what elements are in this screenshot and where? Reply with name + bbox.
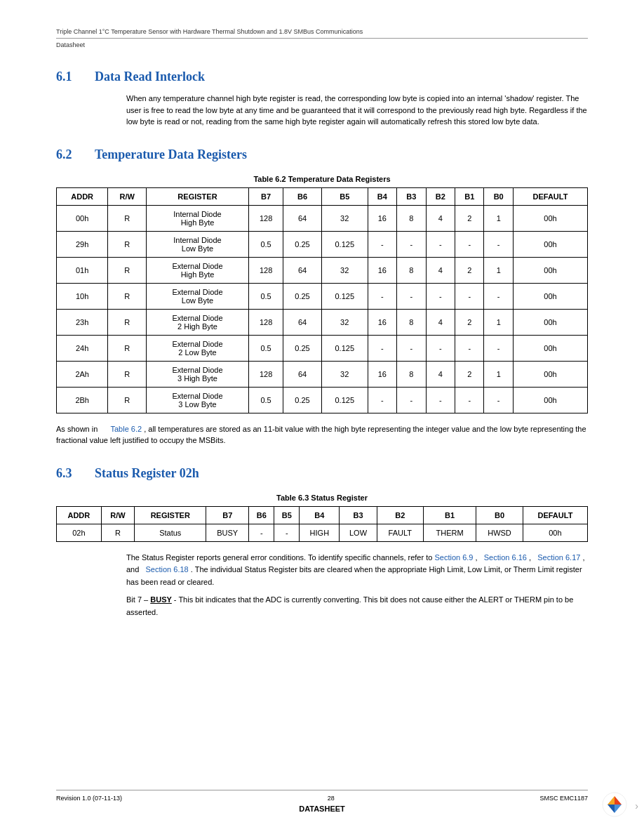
col-rw: R/W <box>101 506 135 524</box>
col-b4: B4 <box>300 506 340 524</box>
table-cell: - <box>426 231 455 257</box>
section-63-title: Status Register 02h <box>95 466 199 481</box>
table-cell: External DiodeHigh Byte <box>147 257 249 283</box>
table-cell: 64 <box>283 309 322 335</box>
table-cell: 0.25 <box>283 231 322 257</box>
table-cell: 10h <box>57 283 108 309</box>
table-cell: - <box>455 387 484 413</box>
table-cell: 32 <box>321 257 368 283</box>
section-61-heading: 6.1 Data Read Interlock <box>56 70 588 84</box>
table-63-container: Table 6.3 Status Register ADDR R/W REGIS… <box>56 494 588 542</box>
table-cell: 00h <box>513 335 587 361</box>
table-cell: 8 <box>397 257 426 283</box>
table-cell: 29h <box>57 231 108 257</box>
table-cell: External DiodeLow Byte <box>147 283 249 309</box>
col-b2: B2 <box>426 187 455 205</box>
table-cell: R <box>101 524 135 541</box>
table-cell: - <box>426 283 455 309</box>
section-617-link[interactable]: Section 6.17 <box>537 553 580 562</box>
section-61-number: 6.1 <box>56 70 95 84</box>
col-b3: B3 <box>340 506 377 524</box>
section-69-link[interactable]: Section 6.9 <box>434 553 473 562</box>
table-cell: 0.125 <box>321 231 368 257</box>
table-cell: 16 <box>368 361 396 387</box>
table-cell: 00h <box>513 205 587 231</box>
table-cell: FAULT <box>377 524 423 541</box>
table-cell: 128 <box>248 361 283 387</box>
table-cell: 64 <box>283 257 322 283</box>
table-cell: Status <box>135 524 206 541</box>
table-63: ADDR R/W REGISTER B7 B6 B5 B4 B3 B2 B1 B… <box>56 506 588 542</box>
footer: Revision 1.0 (07-11-13) 28 SMSC EMC1187 … <box>56 790 588 813</box>
table-cell: THERM <box>423 524 476 541</box>
col-b1: B1 <box>423 506 476 524</box>
col-register: REGISTER <box>135 506 206 524</box>
table-cell: Internal DiodeLow Byte <box>147 231 249 257</box>
col-b7: B7 <box>206 506 249 524</box>
logo-area <box>602 792 630 820</box>
col-addr: ADDR <box>57 187 108 205</box>
status-para-1: The Status Register reports general erro… <box>126 552 588 589</box>
table-cell: 16 <box>368 205 396 231</box>
table-cell: 4 <box>426 361 455 387</box>
col-b6: B6 <box>283 187 322 205</box>
table-cell: 00h <box>513 309 587 335</box>
table-cell: - <box>249 524 274 541</box>
section-62-heading: 6.2 Temperature Data Registers <box>56 147 588 162</box>
table-cell: - <box>397 335 426 361</box>
table-cell: 8 <box>397 361 426 387</box>
chevron-right-icon[interactable]: › <box>635 800 638 812</box>
col-b2: B2 <box>377 506 423 524</box>
table-62-container: Table 6.2 Temperature Data Registers ADD… <box>56 175 588 413</box>
footer-center: 28 <box>328 795 335 802</box>
table-62: ADDR R/W REGISTER B7 B6 B5 B4 B3 B2 B1 B… <box>56 187 588 413</box>
status-text-5: . The individual Status Register bits ar… <box>126 565 582 586</box>
table-62-note: As shown in Table 6.2 , all temperatures… <box>56 423 588 446</box>
table-cell: 1 <box>484 361 513 387</box>
status-text-1: The Status Register reports general erro… <box>126 553 432 562</box>
table-cell: 16 <box>368 257 396 283</box>
table-cell: 24h <box>57 335 108 361</box>
section-63-heading: 6.3 Status Register 02h <box>56 466 588 481</box>
header-subtitle: Datasheet <box>56 41 85 48</box>
header-bar: Triple Channel 1°C Temperature Sensor wi… <box>56 28 588 39</box>
table-cell: External Diode2 Low Byte <box>147 335 249 361</box>
table-cell: - <box>484 231 513 257</box>
table-cell: R <box>108 309 147 335</box>
status-description: The Status Register reports general erro… <box>126 552 588 619</box>
table-cell: 00h <box>513 283 587 309</box>
footer-content: Revision 1.0 (07-11-13) 28 SMSC EMC1187 <box>56 795 588 802</box>
table-cell: - <box>397 231 426 257</box>
page: Triple Channel 1°C Temperature Sensor wi… <box>0 0 644 834</box>
section-62-number: 6.2 <box>56 147 95 162</box>
table-cell: R <box>108 335 147 361</box>
table-cell: - <box>455 231 484 257</box>
table-62-link[interactable]: Table 6.2 <box>110 425 142 433</box>
table-cell: 00h <box>523 524 587 541</box>
table-63-header-row: ADDR R/W REGISTER B7 B6 B5 B4 B3 B2 B1 B… <box>57 506 588 524</box>
logo-icon <box>602 792 627 817</box>
section-616-link[interactable]: Section 6.16 <box>484 553 527 562</box>
section-61-text: When any temperature channel high byte r… <box>126 93 588 128</box>
table-cell: 4 <box>426 205 455 231</box>
table-cell: - <box>455 283 484 309</box>
table-cell: 1 <box>484 309 513 335</box>
col-b0: B0 <box>484 187 513 205</box>
table-cell: 2Bh <box>57 387 108 413</box>
table-row: 01hRExternal DiodeHigh Byte1286432168421… <box>57 257 588 283</box>
section-618-link[interactable]: Section 6.18 <box>146 565 189 574</box>
table-cell: BUSY <box>206 524 249 541</box>
col-register: REGISTER <box>147 187 249 205</box>
table-cell: 2 <box>455 361 484 387</box>
table-cell: 2 <box>455 205 484 231</box>
header-title: Triple Channel 1°C Temperature Sensor wi… <box>56 28 363 35</box>
col-b0: B0 <box>476 506 523 524</box>
status-text-3: , <box>529 553 531 562</box>
table-cell: - <box>368 231 396 257</box>
table-cell: 0.125 <box>321 387 368 413</box>
col-default: DEFAULT <box>523 506 587 524</box>
table-cell: 0.25 <box>283 283 322 309</box>
table-cell: - <box>426 387 455 413</box>
table-63-caption: Table 6.3 Status Register <box>56 494 588 502</box>
col-default: DEFAULT <box>513 187 587 205</box>
